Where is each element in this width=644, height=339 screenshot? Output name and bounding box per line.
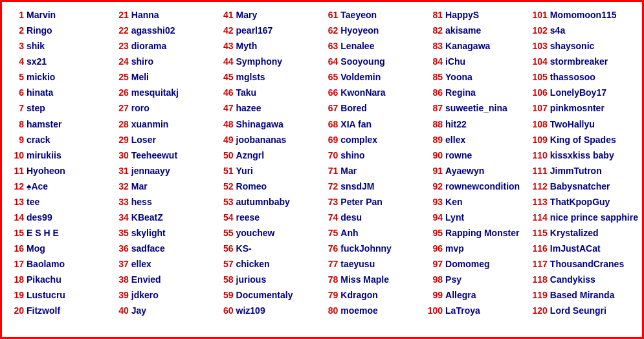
list-item: 91Ayaewyn	[425, 163, 527, 179]
rank-number: 109	[529, 132, 548, 148]
rank-number: 102	[529, 23, 548, 38]
rank-number: 56	[216, 241, 234, 256]
rank-number: 49	[216, 132, 234, 148]
player-name: Loser	[131, 132, 156, 148]
list-item: 112Babysnatcher	[529, 179, 638, 194]
player-name: Envied	[131, 272, 161, 287]
player-name: sadface	[131, 241, 165, 256]
rank-number: 118	[529, 272, 548, 287]
rank-number: 106	[529, 85, 548, 100]
rank-number: 100	[425, 303, 443, 318]
list-item: 21Hanna	[111, 7, 213, 23]
player-name: Hanna	[131, 7, 159, 23]
player-name: Fitzwolf	[27, 303, 60, 318]
rank-number: 5	[6, 69, 24, 85]
rank-number: 84	[425, 54, 443, 69]
rank-number: 60	[216, 303, 234, 318]
list-item: 69complex	[320, 132, 422, 148]
rank-number: 40	[111, 303, 129, 318]
rank-number: 81	[425, 7, 443, 23]
rank-number: 108	[529, 116, 548, 132]
player-name: shiro	[131, 54, 153, 69]
rank-number: 33	[111, 194, 129, 210]
list-item: 79Kdragon	[320, 287, 422, 303]
player-name: nice prince sapphire	[550, 210, 638, 225]
rank-number: 69	[320, 132, 338, 148]
list-item: 43Myth	[216, 38, 318, 54]
list-item: 50Azngrl	[216, 148, 318, 163]
player-name: s4a	[550, 23, 565, 38]
player-name: ♠Ace	[27, 179, 48, 194]
player-name: akisame	[445, 23, 481, 38]
rank-number: 32	[111, 179, 129, 194]
player-name: diorama	[131, 38, 166, 54]
player-name: Marvin	[27, 7, 56, 23]
rank-number: 21	[111, 7, 129, 23]
rank-number: 113	[529, 194, 548, 210]
rank-number: 92	[425, 179, 443, 194]
rank-number: 119	[529, 287, 548, 303]
rank-number: 110	[529, 148, 548, 163]
rank-number: 90	[425, 148, 443, 163]
rank-number: 112	[529, 179, 548, 194]
rank-number: 54	[216, 210, 234, 225]
column-1: 1Marvin2Ringo3shik4sx215mickio6hinata7st…	[5, 7, 109, 332]
player-name: hess	[131, 194, 152, 210]
list-item: 116ImJustACat	[529, 241, 638, 256]
rank-number: 18	[6, 272, 24, 287]
rank-number: 25	[111, 69, 129, 85]
rank-number: 6	[6, 85, 24, 100]
rank-number: 29	[111, 132, 129, 148]
list-item: 80moemoe	[320, 303, 422, 318]
rank-number: 97	[425, 256, 443, 272]
player-name: taeyusu	[340, 256, 375, 272]
player-name: Mary	[236, 7, 258, 23]
rank-number: 65	[320, 69, 338, 85]
player-name: HappyS	[445, 7, 479, 23]
list-item: 12♠Ace	[6, 179, 108, 194]
list-item: 17Baolamo	[6, 256, 108, 272]
list-item: 104stormbreaker	[529, 54, 638, 69]
player-name: tee	[27, 194, 39, 210]
list-item: 38Envied	[111, 272, 213, 287]
rank-number: 48	[216, 116, 234, 132]
rank-number: 50	[216, 148, 234, 163]
column-4: 61Taeyeon62Hyoyeon63Lenalee64Sooyoung65V…	[318, 7, 423, 332]
player-name: wiz109	[236, 303, 265, 318]
list-item: 25Meli	[111, 69, 213, 85]
list-item: 68XIA fan	[320, 116, 422, 132]
rank-number: 73	[320, 194, 338, 210]
player-name: LonelyBoy17	[550, 85, 606, 100]
list-item: 98Psy	[425, 272, 527, 287]
list-item: 82akisame	[425, 23, 527, 38]
player-name: XIA fan	[340, 116, 372, 132]
player-name: pinkmosnter	[550, 100, 605, 116]
player-name: jennaayy	[131, 163, 170, 179]
player-name: joobananas	[236, 132, 287, 148]
list-item: 15E S H E	[6, 225, 108, 241]
list-item: 27roro	[111, 100, 213, 116]
player-name: step	[27, 100, 45, 116]
player-name: Yuri	[236, 163, 253, 179]
rank-number: 87	[425, 100, 443, 116]
player-name: Pikachu	[27, 272, 61, 287]
player-name: stormbreaker	[550, 54, 608, 69]
rank-number: 99	[425, 287, 443, 303]
list-item: 110kissxkiss baby	[529, 148, 638, 163]
list-item: 23diorama	[111, 38, 213, 54]
rank-number: 62	[320, 23, 338, 38]
column-5: 81HappyS82akisame83Kanagawa84iChu85Yoona…	[423, 7, 528, 332]
rank-number: 101	[529, 7, 548, 23]
player-name: shino	[340, 148, 364, 163]
player-name: hit22	[445, 116, 467, 132]
list-item: 105thassosoo	[529, 69, 638, 85]
rank-number: 11	[6, 163, 24, 179]
list-item: 26mesquitakj	[111, 85, 213, 100]
list-item: 106LonelyBoy17	[529, 85, 638, 100]
list-item: 117ThousandCranes	[529, 256, 638, 272]
player-name: ellex	[445, 132, 465, 148]
player-name: des99	[27, 210, 52, 225]
player-name: Symphony	[236, 54, 283, 69]
rank-number: 111	[529, 163, 548, 179]
rank-number: 78	[320, 272, 338, 287]
